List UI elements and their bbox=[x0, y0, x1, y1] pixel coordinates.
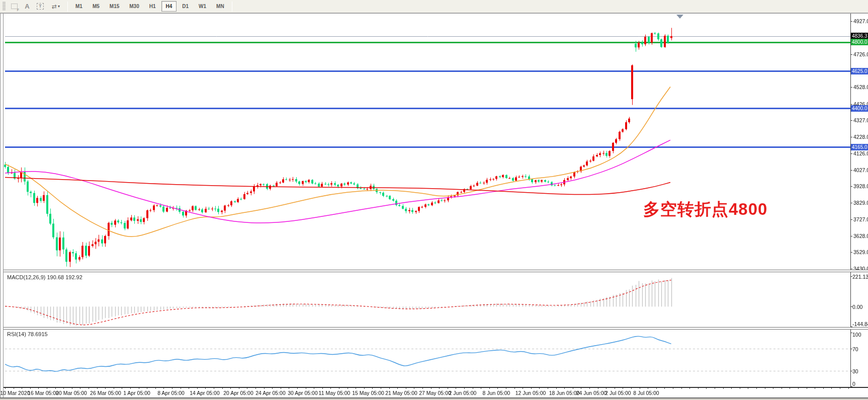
price-tick-label: 4726.0 bbox=[853, 51, 868, 57]
macd-tick-label: -144.84 bbox=[852, 321, 868, 327]
date-label: 2 Jun 05:00 bbox=[449, 390, 477, 396]
window-left-border-outer bbox=[0, 14, 1, 400]
price-tick-label: 4126.0 bbox=[853, 150, 868, 156]
tf-button-MN[interactable]: MN bbox=[212, 1, 229, 12]
rsi-tick-label: 0 bbox=[852, 381, 855, 387]
window-top-border bbox=[0, 13, 868, 14]
date-label: 10 Mar 2020 bbox=[1, 390, 30, 396]
toolbar-grip[interactable] bbox=[3, 2, 6, 11]
date-label: 8 Jun 05:00 bbox=[483, 390, 510, 396]
text-tool-icon[interactable]: T bbox=[34, 1, 46, 12]
price-badge-4400.0: 4400.0 bbox=[851, 105, 868, 112]
tf-button-M15[interactable]: M15 bbox=[105, 1, 124, 12]
window-left-border-inner bbox=[3, 14, 4, 397]
toolbar-separator-2 bbox=[232, 2, 232, 12]
rsi-indicator-label: RSI(14) 78.6915 bbox=[7, 331, 48, 337]
date-label: 18 Jun 05:00 bbox=[549, 390, 580, 396]
date-label: 8 Jul 05:00 bbox=[633, 390, 659, 396]
date-label: 24 Apr 05:00 bbox=[255, 390, 286, 396]
annotation-text[interactable]: 多空转折点4800 bbox=[643, 198, 767, 221]
timeframe-buttons: M1M5M15M30H1H4D1W1MN bbox=[70, 1, 229, 12]
tf-button-W1[interactable]: W1 bbox=[194, 1, 211, 12]
tf-button-M1[interactable]: M1 bbox=[71, 1, 87, 12]
date-label: 11 May 05:00 bbox=[319, 390, 351, 396]
price-tick-label: 3628.0 bbox=[853, 233, 868, 239]
tf-button-H1[interactable]: H1 bbox=[145, 1, 160, 12]
rsi-pane-divider[interactable] bbox=[4, 327, 868, 330]
date-label: 20 Apr 05:00 bbox=[223, 390, 253, 396]
rsi-tick-label: 30 bbox=[852, 368, 858, 374]
date-label: 27 May 05:00 bbox=[419, 390, 451, 396]
chart-shift-marker-icon[interactable] bbox=[676, 15, 683, 19]
date-label: 21 May 05:00 bbox=[385, 390, 417, 396]
price-tick-label: 3829.0 bbox=[853, 200, 868, 206]
tf-button-D1[interactable]: D1 bbox=[178, 1, 193, 12]
rsi-tick-label: 100 bbox=[852, 332, 861, 338]
price-tick-label: 3928.0 bbox=[853, 183, 868, 189]
price-tick-label: 4327.0 bbox=[853, 117, 868, 123]
dotted-box-icon bbox=[11, 4, 18, 9]
macd-tick-label: 221.13 bbox=[852, 274, 868, 280]
macd-indicator-label: MACD(12,26,9) 190.68 192.92 bbox=[7, 274, 82, 280]
top-toolbar: F A T ⇄ ▾ M1M5M15M30H1H4D1W1MN bbox=[0, 0, 868, 13]
date-label: 1 Apr 05:00 bbox=[123, 390, 150, 396]
price-tick-label: 4027.0 bbox=[853, 167, 868, 173]
macd-pane-divider[interactable] bbox=[4, 270, 868, 272]
macd-tick-label: 0.00 bbox=[852, 304, 862, 310]
tf-button-M5[interactable]: M5 bbox=[88, 1, 104, 12]
arrows-icon: ⇄ bbox=[52, 3, 57, 10]
dropdown-caret-icon: ▾ bbox=[58, 4, 60, 9]
date-label: 12 Jun 05:00 bbox=[515, 390, 546, 396]
price-tick-label: 3529.0 bbox=[853, 249, 868, 255]
price-badge-4800.0: 4800.0 bbox=[851, 39, 868, 45]
date-label: 2 Jul 05:00 bbox=[605, 390, 631, 396]
date-label: 8 Apr 05:00 bbox=[157, 390, 185, 396]
rsi-bottom-border bbox=[4, 387, 868, 388]
date-label: 15 May 05:00 bbox=[352, 390, 384, 396]
tf-button-H4[interactable]: H4 bbox=[161, 1, 177, 12]
dotted-grid-f-icon[interactable]: F bbox=[8, 1, 20, 12]
rsi-tick-label: 70 bbox=[852, 346, 858, 352]
price-tick-label: 3727.0 bbox=[853, 216, 868, 222]
price-axis-separator bbox=[850, 14, 851, 387]
date-label: 14 Apr 05:00 bbox=[190, 390, 220, 396]
price-tick-label: 4528.0 bbox=[853, 84, 868, 90]
price-tick-label: 4228.0 bbox=[853, 134, 868, 140]
toolbar-separator bbox=[67, 2, 68, 12]
date-label: 26 Mar 05:00 bbox=[90, 390, 121, 396]
text-label-icon[interactable]: A bbox=[21, 1, 33, 12]
f-subscript: F bbox=[17, 8, 19, 12]
price-tick-label: 4927.0 bbox=[853, 18, 868, 24]
tf-button-M30[interactable]: M30 bbox=[125, 1, 143, 12]
date-label: 24 Jun 05:00 bbox=[576, 390, 607, 396]
price-badge-4625.0: 4625.0 bbox=[851, 68, 868, 74]
price-badge-4165.0: 4165.0 bbox=[851, 144, 868, 150]
date-label: 16 Mar 05:00 bbox=[28, 390, 59, 396]
date-label: 30 Apr 05:00 bbox=[288, 390, 318, 396]
date-label: 20 Mar 05:00 bbox=[56, 390, 87, 396]
cursor-mode-icon[interactable]: ⇄ ▾ bbox=[47, 1, 64, 12]
